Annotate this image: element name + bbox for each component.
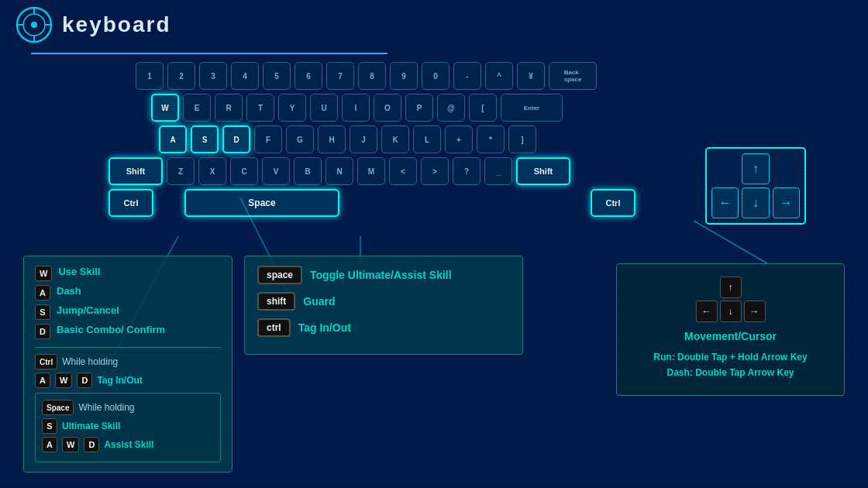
key-k: K: [381, 125, 409, 153]
mv-right-key: →: [744, 301, 766, 322]
keyboard-layout: 1 2 3 4 5 6 7 8 9 0 - ^ ¥ Backspace W E …: [108, 62, 636, 232]
key-5: 5: [263, 62, 291, 90]
key-f: F: [254, 125, 282, 153]
right-info-panel: ↑ ← ↓ → Movement/Cursor Run: Double Tap …: [616, 263, 845, 396]
mv-up-key: ↑: [720, 277, 742, 298]
key-x: X: [198, 157, 226, 185]
space-holding-header: Space While holding: [42, 400, 214, 415]
key-yen: ¥: [517, 62, 545, 90]
key-4: 4: [231, 62, 259, 90]
ctrl-holding-label: While holding: [62, 356, 118, 367]
key-lbracket: [: [469, 94, 497, 122]
shift-skill-action: Guard: [303, 295, 335, 308]
svg-line-3: [694, 221, 767, 263]
binding-s: S Jump/Cancel: [35, 304, 221, 320]
skill-ctrl-row: ctrl Tag In/Out: [257, 318, 510, 337]
page-title: keyboard: [62, 12, 171, 37]
mid-info-panel: space Toggle Ultimate/Assist Skill shift…: [244, 256, 523, 355]
key-gt: >: [421, 157, 449, 185]
key-shift-right: Shift: [516, 157, 570, 185]
key-enter: Enter: [501, 94, 563, 122]
key-c: C: [230, 157, 258, 185]
key-shift-left: Shift: [108, 157, 163, 185]
badge-w-space: W: [62, 437, 79, 452]
key-v: V: [262, 157, 290, 185]
key-0: 0: [422, 62, 450, 90]
key-caret: ^: [485, 62, 513, 90]
space-awd-action: Assist Skill: [104, 439, 153, 450]
badge-ctrl-hold: Ctrl: [35, 354, 57, 369]
badge-d-space: D: [84, 437, 99, 452]
mv-down-key: ↓: [720, 301, 742, 322]
movement-icon-grid: ↑ ← ↓ →: [696, 277, 766, 322]
ctrl-holding-header: Ctrl While holding: [35, 354, 221, 369]
space-s-row: S Ultimate Skill: [42, 418, 214, 434]
key-d: D: [222, 125, 250, 153]
key-h: H: [318, 125, 346, 153]
arrow-right-key: →: [773, 187, 800, 218]
action-d: Basic Combo/ Confirm: [57, 324, 165, 335]
key-p: P: [405, 94, 433, 122]
badge-w: W: [35, 266, 52, 281]
key-g: G: [286, 125, 314, 153]
key-s: S: [191, 125, 219, 153]
action-a: Dash: [57, 285, 81, 297]
title-bar: keyboard: [0, 0, 868, 50]
arrow-keys-panel: ↑ ← ↓ →: [705, 147, 806, 225]
ctrl-combo-action: Tag In/Out: [97, 375, 142, 386]
space-s-action: Ultimate Skill: [62, 421, 120, 431]
space-skill-action: Toggle Ultimate/Assist Skill: [310, 269, 452, 281]
key-r: R: [215, 94, 243, 122]
key-t: T: [246, 94, 274, 122]
badge-d-ctrl: D: [77, 373, 92, 388]
key-lt: <: [389, 157, 417, 185]
keyboard-icon: [16, 6, 53, 43]
ctrl-skill-action: Tag In/Out: [298, 321, 351, 334]
key-question: ?: [453, 157, 480, 185]
action-s: Jump/Cancel: [57, 304, 119, 316]
key-j: J: [350, 125, 377, 153]
badge-s: S: [35, 304, 50, 320]
key-backspace: Backspace: [549, 62, 597, 90]
movement-label: Movement/Cursor: [628, 330, 833, 342]
dash-tip: Dash: Double Tap Arrow Key: [628, 367, 833, 378]
badge-s-space: S: [42, 418, 57, 434]
key-7: 7: [326, 62, 354, 90]
badge-space-hold: Space: [42, 400, 74, 415]
key-u: U: [310, 94, 338, 122]
key-n: N: [326, 157, 353, 185]
badge-shift-skill: shift: [257, 292, 295, 311]
key-i: I: [342, 94, 370, 122]
key-ctrl-right: Ctrl: [591, 189, 636, 217]
badge-w-ctrl: W: [55, 373, 72, 388]
key-asterisk: *: [477, 125, 505, 153]
key-9: 9: [390, 62, 418, 90]
key-l: L: [413, 125, 441, 153]
key-at: @: [437, 94, 465, 122]
badge-a: A: [35, 285, 50, 301]
badge-a-ctrl: A: [35, 373, 50, 388]
key-minus: -: [453, 62, 481, 90]
skill-space-row: space Toggle Ultimate/Assist Skill: [257, 266, 510, 284]
skill-shift-row: shift Guard: [257, 292, 510, 311]
badge-a-space: A: [42, 437, 57, 452]
space-awd-row: A W D Assist Skill: [42, 437, 214, 452]
key-plus: +: [445, 125, 473, 153]
run-tip: Run: Double Tap + Hold Arrow Key: [628, 352, 833, 363]
key-rbracket: ]: [508, 125, 536, 153]
badge-ctrl-skill: ctrl: [257, 318, 291, 337]
key-6: 6: [294, 62, 322, 90]
badge-d: D: [35, 324, 50, 339]
action-w: Use Skill: [58, 266, 100, 277]
badge-space-skill: space: [257, 266, 302, 284]
key-1: 1: [136, 62, 164, 90]
mv-left-key: ←: [696, 301, 718, 322]
key-a: A: [159, 125, 187, 153]
key-w: W: [151, 94, 179, 122]
space-holding-panel: Space While holding S Ultimate Skill A W…: [35, 393, 221, 462]
space-holding-label: While holding: [78, 402, 134, 413]
key-space: Space: [184, 189, 339, 217]
key-2: 2: [167, 62, 195, 90]
key-y: Y: [278, 94, 306, 122]
left-info-panel: W Use Skill A Dash S Jump/Cancel D Basic…: [23, 256, 232, 473]
